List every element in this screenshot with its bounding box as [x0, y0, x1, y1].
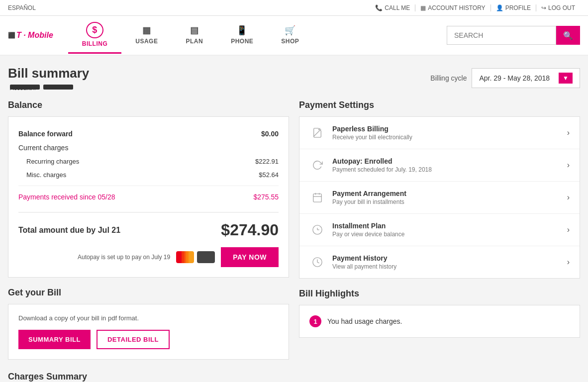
nav-plan[interactable]: ▤ PLAN	[172, 17, 217, 54]
nav-phone[interactable]: 📱 PHONE	[217, 17, 267, 54]
main-two-col: Balance Balance forward $0.00 Current ch…	[8, 100, 580, 382]
language-label[interactable]: ESPAÑOL	[8, 4, 36, 11]
page-content: Bill summary Account # Billing cycle Apr…	[0, 56, 588, 382]
usage-icon: ▦	[142, 25, 151, 36]
nav-usage[interactable]: ▦ USAGE	[121, 17, 172, 54]
mastercard-icon	[176, 251, 194, 263]
charges-summary: Charges Summary	[8, 372, 289, 382]
history-chevron-icon: ›	[567, 258, 570, 267]
top-bar: ESPAÑOL 📞 CALL ME ▦ ACCOUNT HISTORY 👤 PR…	[0, 0, 588, 16]
svg-line-2	[314, 129, 321, 137]
shop-label: SHOP	[281, 38, 299, 45]
arrangement-icon	[309, 190, 325, 205]
misc-charges-value: $52.64	[259, 171, 279, 179]
payment-arrangement-item[interactable]: Payment Arrangement Pay your bill in ins…	[299, 182, 580, 214]
billing-icon: $	[92, 25, 98, 35]
payments-row: Payments received since 05/28 $275.55	[18, 190, 279, 204]
bill-buttons: SUMMARY BILL DETAILED BILL	[18, 330, 279, 349]
summary-bill-button[interactable]: SUMMARY BILL	[18, 330, 91, 349]
account-number-masked	[43, 85, 73, 90]
page-header: Bill summary Account # Billing cycle Apr…	[8, 66, 580, 90]
get-bill-section: Get your Bill Download a copy of your bi…	[8, 287, 289, 360]
history-icon: ▦	[420, 4, 426, 11]
billing-circle: $	[86, 22, 103, 38]
arrangement-content: Payment Arrangement Pay your bill in ins…	[332, 190, 567, 205]
autopay-text: Autopay is set up to pay on July 19	[78, 254, 170, 261]
installment-content: Installment Plan Pay or view device bala…	[332, 222, 567, 238]
search-container: 🔍	[447, 26, 580, 45]
charges-summary-title: Charges Summary	[8, 372, 289, 382]
history-content: Payment History View all payment history	[332, 254, 567, 270]
profile-btn[interactable]: 👤 PROFILE	[491, 4, 536, 11]
balance-card: Balance forward $0.00 Current charges Re…	[8, 116, 289, 278]
installment-title: Installment Plan	[332, 222, 567, 230]
account-number: Account #	[8, 83, 89, 90]
billing-cycle-dropdown[interactable]: Apr. 29 - May 28, 2018 ▼	[472, 68, 580, 88]
balance-forward-row: Balance forward $0.00	[18, 127, 279, 141]
balance-forward-label: Balance forward	[18, 130, 73, 138]
search-button[interactable]: 🔍	[556, 26, 580, 45]
phone-icon: 📱	[236, 25, 248, 36]
nav-items: $ BILLING ▦ USAGE ▤ PLAN 📱 PHONE 🛒 SHOP	[68, 17, 447, 54]
get-bill-desc: Download a copy of your bill in pdf form…	[18, 314, 279, 322]
plan-icon: ▤	[190, 25, 199, 36]
autopay-section: Autopay is set up to pay on July 19 PAY …	[18, 247, 279, 267]
paperless-billing-item[interactable]: Paperless Billing Receive your bill elec…	[299, 117, 580, 149]
history-title: Payment History	[332, 254, 567, 262]
left-column: Balance Balance forward $0.00 Current ch…	[8, 100, 289, 382]
recurring-charges-label: Recurring charges	[26, 158, 79, 165]
payment-settings-section: Payment Settings	[299, 100, 580, 279]
paperless-content: Paperless Billing Receive your bill elec…	[332, 125, 567, 141]
chevron-down-icon: ▼	[559, 73, 573, 84]
autopay-icon	[309, 157, 325, 173]
call-me-btn[interactable]: 📞 CALL ME	[370, 4, 415, 11]
logout-btn[interactable]: ↪ LOG OUT	[536, 4, 580, 11]
language-switcher[interactable]: ESPAÑOL	[8, 4, 36, 11]
call-me-label: CALL ME	[385, 4, 410, 11]
arrangement-chevron-icon: ›	[567, 193, 570, 202]
logo: ⬛ T · Mobile	[8, 31, 53, 40]
billing-cycle-label: Billing cycle	[430, 74, 467, 82]
pay-now-button[interactable]: PAY NOW	[221, 247, 279, 267]
nav-billing[interactable]: $ BILLING	[68, 17, 122, 54]
installment-chevron-icon: ›	[567, 225, 570, 234]
detailed-bill-button[interactable]: DETAILED BILL	[97, 330, 170, 349]
misc-charges-label: Misc. charges	[26, 171, 66, 179]
shop-icon: 🛒	[285, 25, 296, 36]
total-row: Total amount due by Jul 21 $274.90	[18, 212, 279, 239]
highlight-item: 1 You had usage charges.	[309, 315, 570, 327]
payment-history-item[interactable]: Payment History View all payment history…	[299, 246, 580, 278]
profile-icon: 👤	[496, 4, 503, 11]
billing-cycle-selector[interactable]: Billing cycle Apr. 29 - May 28, 2018 ▼	[430, 68, 580, 88]
highlights-section: Bill Highlights 1 You had usage charges.	[299, 288, 580, 338]
card-icons	[176, 251, 215, 263]
paperless-title: Paperless Billing	[332, 125, 567, 133]
autopay-item[interactable]: Autopay: Enrolled Payment scheduled for …	[299, 149, 580, 182]
autopay-content: Autopay: Enrolled Payment scheduled for …	[332, 157, 567, 173]
nav-shop[interactable]: 🛒 SHOP	[267, 17, 313, 54]
logout-icon: ↪	[541, 4, 546, 11]
arrangement-desc: Pay your bill in installments	[332, 198, 567, 205]
balance-section-title: Balance	[8, 100, 289, 110]
profile-label: PROFILE	[505, 4, 531, 11]
nav-bar: ⬛ T · Mobile $ BILLING ▦ USAGE ▤ PLAN 📱 …	[0, 16, 588, 56]
payments-value: $275.55	[253, 193, 279, 201]
page-title-section: Bill summary Account #	[8, 66, 89, 90]
payments-label: Payments received since 05/28	[18, 193, 115, 201]
svg-rect-3	[313, 194, 322, 202]
page-title: Bill summary	[8, 66, 89, 81]
account-history-btn[interactable]: ▦ ACCOUNT HISTORY	[415, 4, 490, 11]
current-charges-row: Current charges	[18, 141, 279, 155]
billing-cycle-value: Apr. 29 - May 28, 2018	[479, 74, 550, 82]
balance-forward-value: $0.00	[261, 130, 279, 138]
search-input[interactable]	[447, 26, 556, 45]
installment-desc: Pay or view device balance	[332, 231, 567, 238]
payment-settings-title: Payment Settings	[299, 100, 580, 110]
installment-plan-item[interactable]: Installment Plan Pay or view device bala…	[299, 214, 580, 246]
plan-label: PLAN	[186, 38, 203, 45]
payment-settings-card: Paperless Billing Receive your bill elec…	[299, 116, 580, 279]
right-column: Payment Settings	[299, 100, 580, 382]
highlights-title: Bill Highlights	[299, 288, 580, 299]
arrangement-title: Payment Arrangement	[332, 190, 567, 197]
get-bill-card: Download a copy of your bill in pdf form…	[8, 304, 289, 360]
